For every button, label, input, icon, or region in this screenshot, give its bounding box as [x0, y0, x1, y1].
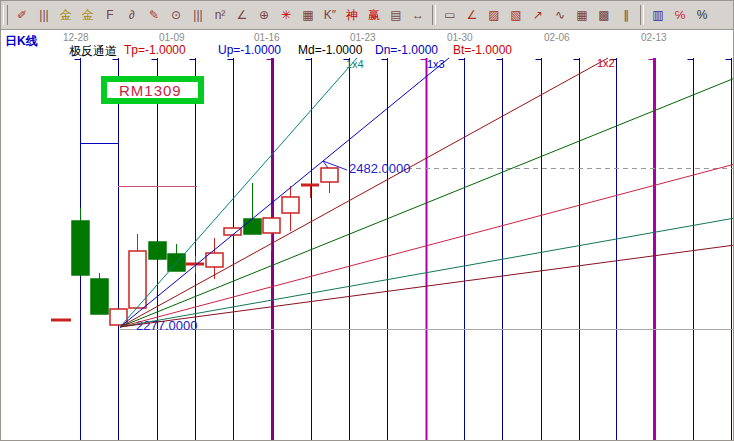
doji-candle: [51, 319, 71, 322]
candle-up: [282, 197, 299, 213]
candle-up: [129, 251, 146, 308]
upper-price-label: 2482.0000: [349, 161, 410, 176]
candle-up: [263, 218, 280, 233]
app-window: ✐|||金金F∂✎⊙|||n²∠⊕✳▦K″神赢▤↔▭∠▨▧↗∿▦▩∥▥℅% 日K…: [0, 0, 734, 441]
fan-line-label: 1x3: [427, 58, 445, 70]
candle-down: [72, 221, 89, 275]
fan-line-label: 1x4: [346, 58, 364, 70]
price-chart: 2277.00001x41x31x22482.0000: [1, 1, 734, 441]
candle-up: [224, 228, 241, 235]
doji-candle: [301, 184, 319, 187]
candle-down: [91, 279, 108, 314]
candle-up: [321, 168, 338, 182]
instrument-code: RM1309: [107, 82, 182, 99]
candle-down: [149, 242, 166, 259]
instrument-badge[interactable]: RM1309: [101, 76, 204, 104]
fan-line-label: 1x2: [597, 57, 615, 69]
candle-down: [244, 219, 261, 234]
